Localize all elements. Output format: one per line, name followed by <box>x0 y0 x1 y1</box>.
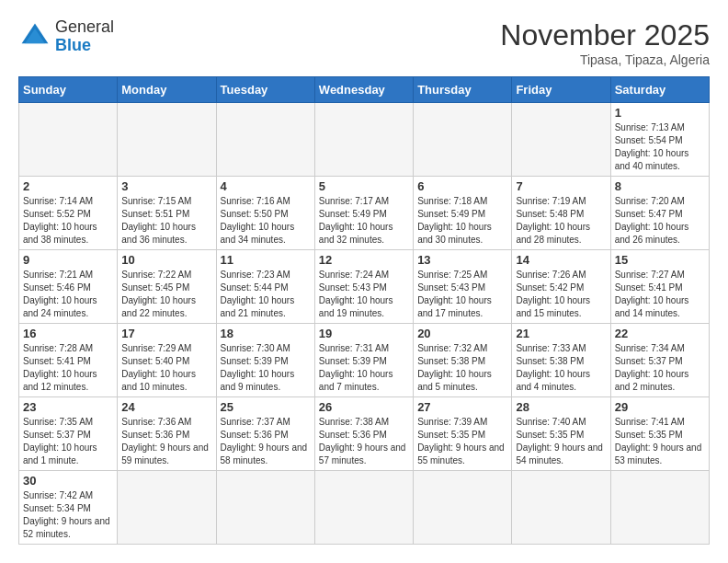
day-info: Sunrise: 7:15 AM Sunset: 5:51 PM Dayligh… <box>121 195 211 247</box>
day-number: 14 <box>516 253 606 267</box>
calendar-header-thursday: Thursday <box>414 77 512 103</box>
day-number: 17 <box>121 327 211 340</box>
day-number: 6 <box>417 179 507 193</box>
calendar-header-sunday: Sunday <box>19 77 118 103</box>
day-info: Sunrise: 7:30 AM Sunset: 5:39 PM Dayligh… <box>221 342 311 394</box>
day-info: Sunrise: 7:29 AM Sunset: 5:40 PM Dayligh… <box>121 342 211 394</box>
location: Tipasa, Tipaza, Algeria <box>500 52 710 67</box>
calendar-header-tuesday: Tuesday <box>216 77 314 103</box>
day-number: 11 <box>221 253 311 267</box>
page-header: General Blue November 2025 Tipasa, Tipaz… <box>18 18 710 67</box>
calendar-cell: 10Sunrise: 7:22 AM Sunset: 5:45 PM Dayli… <box>118 250 216 324</box>
calendar-cell <box>314 471 413 545</box>
calendar-cell: 29Sunrise: 7:41 AM Sunset: 5:35 PM Dayli… <box>610 397 709 471</box>
day-info: Sunrise: 7:24 AM Sunset: 5:43 PM Dayligh… <box>319 269 409 320</box>
calendar-header-saturday: Saturday <box>610 77 709 103</box>
calendar-cell: 19Sunrise: 7:31 AM Sunset: 5:39 PM Dayli… <box>314 324 413 397</box>
day-number: 28 <box>516 400 606 414</box>
day-info: Sunrise: 7:42 AM Sunset: 5:34 PM Dayligh… <box>23 489 113 541</box>
calendar-cell: 16Sunrise: 7:28 AM Sunset: 5:41 PM Dayli… <box>19 324 118 397</box>
calendar-cell <box>19 103 118 177</box>
day-number: 3 <box>121 179 211 193</box>
day-number: 30 <box>23 474 113 488</box>
calendar-cell: 20Sunrise: 7:32 AM Sunset: 5:38 PM Dayli… <box>414 324 512 397</box>
calendar-cell: 12Sunrise: 7:24 AM Sunset: 5:43 PM Dayli… <box>314 250 413 324</box>
day-number: 12 <box>319 253 409 267</box>
calendar-week-2: 2Sunrise: 7:14 AM Sunset: 5:52 PM Daylig… <box>19 177 710 250</box>
calendar-week-5: 23Sunrise: 7:35 AM Sunset: 5:37 PM Dayli… <box>19 397 710 471</box>
day-info: Sunrise: 7:37 AM Sunset: 5:36 PM Dayligh… <box>221 416 311 467</box>
day-info: Sunrise: 7:35 AM Sunset: 5:37 PM Dayligh… <box>23 416 113 467</box>
calendar-cell <box>118 103 216 177</box>
calendar-cell <box>314 103 413 177</box>
day-info: Sunrise: 7:34 AM Sunset: 5:37 PM Dayligh… <box>615 342 705 394</box>
day-info: Sunrise: 7:41 AM Sunset: 5:35 PM Dayligh… <box>615 416 705 467</box>
day-info: Sunrise: 7:32 AM Sunset: 5:38 PM Dayligh… <box>417 342 507 394</box>
day-number: 24 <box>121 400 211 414</box>
day-info: Sunrise: 7:28 AM Sunset: 5:41 PM Dayligh… <box>23 342 113 394</box>
calendar-cell: 5Sunrise: 7:17 AM Sunset: 5:49 PM Daylig… <box>314 177 413 250</box>
calendar-cell: 9Sunrise: 7:21 AM Sunset: 5:46 PM Daylig… <box>19 250 118 324</box>
calendar-cell: 14Sunrise: 7:26 AM Sunset: 5:42 PM Dayli… <box>512 250 610 324</box>
day-info: Sunrise: 7:23 AM Sunset: 5:44 PM Dayligh… <box>221 269 311 320</box>
day-info: Sunrise: 7:20 AM Sunset: 5:47 PM Dayligh… <box>615 195 705 247</box>
calendar-cell: 3Sunrise: 7:15 AM Sunset: 5:51 PM Daylig… <box>118 177 216 250</box>
day-info: Sunrise: 7:16 AM Sunset: 5:50 PM Dayligh… <box>221 195 311 247</box>
calendar-cell: 4Sunrise: 7:16 AM Sunset: 5:50 PM Daylig… <box>216 177 314 250</box>
day-info: Sunrise: 7:27 AM Sunset: 5:41 PM Dayligh… <box>615 269 705 320</box>
day-info: Sunrise: 7:17 AM Sunset: 5:49 PM Dayligh… <box>319 195 409 247</box>
day-info: Sunrise: 7:14 AM Sunset: 5:52 PM Dayligh… <box>23 195 113 247</box>
calendar-cell: 22Sunrise: 7:34 AM Sunset: 5:37 PM Dayli… <box>610 324 709 397</box>
calendar-header-monday: Monday <box>118 77 216 103</box>
day-number: 23 <box>23 400 113 414</box>
day-number: 8 <box>615 179 705 193</box>
calendar-week-4: 16Sunrise: 7:28 AM Sunset: 5:41 PM Dayli… <box>19 324 710 397</box>
calendar-cell: 27Sunrise: 7:39 AM Sunset: 5:35 PM Dayli… <box>414 397 512 471</box>
calendar-cell <box>118 471 216 545</box>
day-info: Sunrise: 7:40 AM Sunset: 5:35 PM Dayligh… <box>516 416 606 467</box>
calendar-cell <box>216 103 314 177</box>
calendar-cell <box>216 471 314 545</box>
calendar-week-1: 1Sunrise: 7:13 AM Sunset: 5:54 PM Daylig… <box>19 103 710 177</box>
calendar-header-row: SundayMondayTuesdayWednesdayThursdayFrid… <box>19 77 710 103</box>
title-area: November 2025 Tipasa, Tipaza, Algeria <box>500 18 710 67</box>
calendar-cell: 28Sunrise: 7:40 AM Sunset: 5:35 PM Dayli… <box>512 397 610 471</box>
calendar-cell <box>512 103 610 177</box>
calendar-cell <box>414 103 512 177</box>
day-info: Sunrise: 7:31 AM Sunset: 5:39 PM Dayligh… <box>319 342 409 394</box>
calendar-header-friday: Friday <box>512 77 610 103</box>
day-number: 22 <box>615 327 705 340</box>
calendar-cell: 25Sunrise: 7:37 AM Sunset: 5:36 PM Dayli… <box>216 397 314 471</box>
calendar-week-6: 30Sunrise: 7:42 AM Sunset: 5:34 PM Dayli… <box>19 471 710 545</box>
calendar-week-3: 9Sunrise: 7:21 AM Sunset: 5:46 PM Daylig… <box>19 250 710 324</box>
day-number: 26 <box>319 400 409 414</box>
day-number: 5 <box>319 179 409 193</box>
calendar-cell: 21Sunrise: 7:33 AM Sunset: 5:38 PM Dayli… <box>512 324 610 397</box>
day-number: 21 <box>516 327 606 340</box>
day-number: 10 <box>121 253 211 267</box>
calendar-cell: 13Sunrise: 7:25 AM Sunset: 5:43 PM Dayli… <box>414 250 512 324</box>
calendar-cell: 23Sunrise: 7:35 AM Sunset: 5:37 PM Dayli… <box>19 397 118 471</box>
day-info: Sunrise: 7:39 AM Sunset: 5:35 PM Dayligh… <box>417 416 507 467</box>
calendar-cell: 11Sunrise: 7:23 AM Sunset: 5:44 PM Dayli… <box>216 250 314 324</box>
day-info: Sunrise: 7:21 AM Sunset: 5:46 PM Dayligh… <box>23 269 113 320</box>
day-number: 25 <box>221 400 311 414</box>
calendar-cell: 15Sunrise: 7:27 AM Sunset: 5:41 PM Dayli… <box>610 250 709 324</box>
calendar-cell: 17Sunrise: 7:29 AM Sunset: 5:40 PM Dayli… <box>118 324 216 397</box>
calendar-cell: 2Sunrise: 7:14 AM Sunset: 5:52 PM Daylig… <box>19 177 118 250</box>
calendar-cell <box>414 471 512 545</box>
day-info: Sunrise: 7:13 AM Sunset: 5:54 PM Dayligh… <box>615 121 705 173</box>
day-info: Sunrise: 7:19 AM Sunset: 5:48 PM Dayligh… <box>516 195 606 247</box>
month-title: November 2025 <box>500 18 710 52</box>
calendar-cell: 18Sunrise: 7:30 AM Sunset: 5:39 PM Dayli… <box>216 324 314 397</box>
day-number: 9 <box>23 253 113 267</box>
day-number: 29 <box>615 400 705 414</box>
day-number: 4 <box>221 179 311 193</box>
day-number: 7 <box>516 179 606 193</box>
calendar-cell: 24Sunrise: 7:36 AM Sunset: 5:36 PM Dayli… <box>118 397 216 471</box>
day-info: Sunrise: 7:33 AM Sunset: 5:38 PM Dayligh… <box>516 342 606 394</box>
day-number: 1 <box>615 106 705 120</box>
day-number: 2 <box>23 179 113 193</box>
day-number: 16 <box>23 327 113 340</box>
calendar-cell: 26Sunrise: 7:38 AM Sunset: 5:36 PM Dayli… <box>314 397 413 471</box>
